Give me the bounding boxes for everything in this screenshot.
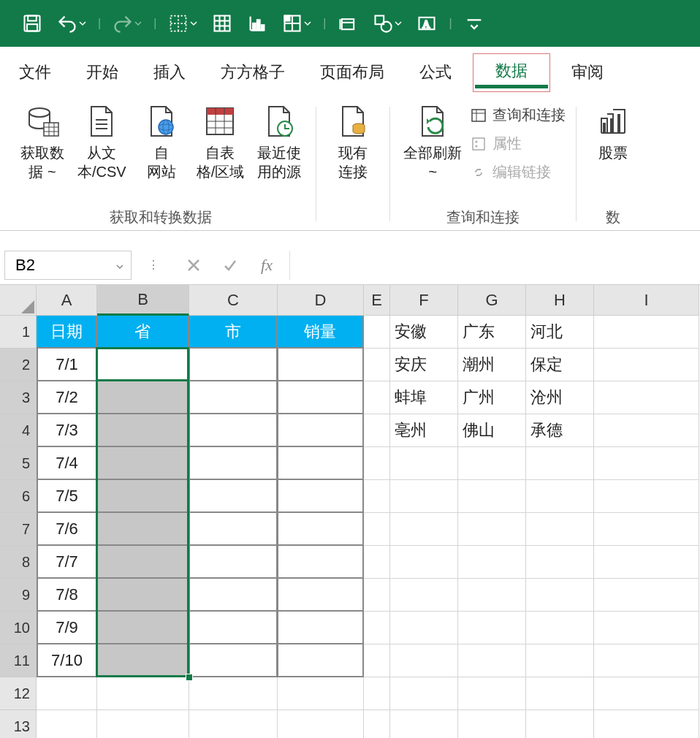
cell-F5[interactable]	[390, 447, 458, 480]
formula-input[interactable]	[289, 251, 700, 280]
cell-A4[interactable]: 7/3	[37, 414, 97, 447]
cell-G11[interactable]	[458, 644, 526, 677]
chart-button[interactable]	[243, 9, 272, 38]
cell-D3[interactable]	[278, 381, 364, 414]
redo-button[interactable]	[108, 9, 146, 38]
cell-D1[interactable]: 销量	[278, 316, 364, 349]
cell-D4[interactable]	[278, 414, 364, 447]
cell-A6[interactable]: 7/5	[37, 480, 97, 513]
cell-A7[interactable]: 7/6	[37, 513, 97, 546]
row-header-6[interactable]: 6	[0, 480, 37, 513]
cell-E12[interactable]	[364, 677, 390, 710]
cell-H2[interactable]: 保定	[526, 349, 594, 381]
cell-B9[interactable]	[97, 579, 189, 612]
col-header-D[interactable]: D	[278, 285, 364, 316]
cell-I7[interactable]	[594, 513, 699, 546]
cell-D5[interactable]	[278, 447, 364, 480]
cell-B1[interactable]: 省	[97, 316, 189, 349]
row-header-3[interactable]: 3	[0, 381, 37, 414]
cell-G2[interactable]: 潮州	[458, 349, 526, 381]
cell-E10[interactable]	[364, 612, 390, 644]
row-header-13[interactable]: 13	[0, 710, 37, 738]
undo-button[interactable]	[53, 9, 91, 38]
cell-A2[interactable]: 7/1	[37, 349, 97, 381]
cell-B10[interactable]	[97, 612, 189, 644]
name-box[interactable]: B2	[4, 251, 132, 280]
cell-E5[interactable]	[364, 447, 390, 480]
pivot-button[interactable]	[278, 9, 316, 38]
cell-C5[interactable]	[189, 447, 278, 480]
tab-review[interactable]: 审阅	[568, 54, 606, 92]
row-header-7[interactable]: 7	[0, 513, 37, 546]
get-data-button[interactable]: 获取数 据 ~	[16, 101, 69, 184]
cell-A12[interactable]	[37, 677, 97, 710]
col-header-A[interactable]: A	[37, 285, 97, 316]
customize-qat-button[interactable]	[460, 9, 489, 38]
fill-handle[interactable]	[186, 674, 193, 681]
cell-B2[interactable]	[97, 349, 189, 381]
row-header-8[interactable]: 8	[0, 546, 37, 579]
cell-B12[interactable]	[97, 677, 189, 710]
cell-G4[interactable]: 佛山	[458, 414, 526, 447]
properties-button[interactable]: 属性	[471, 134, 566, 153]
cell-I1[interactable]	[594, 316, 699, 349]
cell-A3[interactable]: 7/2	[37, 381, 97, 414]
row-header-11[interactable]: 11	[0, 644, 37, 677]
from-csv-button[interactable]: 从文 本/CSV	[75, 101, 129, 184]
cell-G12[interactable]	[458, 677, 526, 710]
cell-F6[interactable]	[390, 480, 458, 513]
cell-A13[interactable]	[37, 710, 97, 738]
cell-D12[interactable]	[278, 677, 364, 710]
tab-fangfang[interactable]: 方方格子	[218, 54, 288, 92]
cell-F4[interactable]: 亳州	[390, 414, 458, 447]
cell-G5[interactable]	[458, 447, 526, 480]
edit-links-button[interactable]: 编辑链接	[471, 162, 566, 182]
cell-F1[interactable]: 安徽	[390, 316, 458, 349]
col-header-H[interactable]: H	[526, 285, 594, 316]
cell-C12[interactable]	[189, 677, 278, 710]
cell-D11[interactable]	[278, 644, 364, 677]
stocks-button[interactable]: 股票	[587, 101, 639, 165]
from-web-button[interactable]: 自 网站	[135, 101, 188, 184]
cell-D2[interactable]	[278, 349, 364, 381]
cells-area[interactable]: 日期省市销量安徽广东河北7/1安庆潮州保定7/2蚌埠广州沧州7/3亳州佛山承德7…	[37, 316, 699, 738]
cell-G6[interactable]	[458, 480, 526, 513]
cell-C8[interactable]	[189, 546, 278, 579]
cell-A9[interactable]: 7/8	[37, 579, 97, 612]
tab-pagelayout[interactable]: 页面布局	[317, 54, 387, 92]
cell-H5[interactable]	[526, 447, 594, 480]
cell-G13[interactable]	[458, 710, 526, 738]
cell-C10[interactable]	[189, 612, 278, 644]
cell-H13[interactable]	[526, 710, 594, 738]
cell-F7[interactable]	[390, 513, 458, 546]
cell-H8[interactable]	[526, 546, 594, 579]
cell-H7[interactable]	[526, 513, 594, 546]
cell-B11[interactable]	[97, 644, 189, 677]
cell-B4[interactable]	[97, 414, 189, 447]
borders-button[interactable]	[164, 9, 202, 38]
cell-B5[interactable]	[97, 447, 189, 480]
cell-C2[interactable]	[189, 349, 278, 381]
cell-E9[interactable]	[364, 579, 390, 612]
enter-button[interactable]	[212, 257, 248, 273]
row-header-5[interactable]: 5	[0, 447, 37, 480]
cell-B3[interactable]	[97, 381, 189, 414]
shapes-button[interactable]	[368, 9, 406, 38]
cell-A1[interactable]: 日期	[37, 316, 97, 349]
cell-B7[interactable]	[97, 513, 189, 546]
row-header-4[interactable]: 4	[0, 414, 37, 447]
cell-I8[interactable]	[594, 546, 699, 579]
cell-I6[interactable]	[594, 480, 699, 513]
cell-F12[interactable]	[390, 677, 458, 710]
col-header-G[interactable]: G	[458, 285, 526, 316]
cell-A10[interactable]: 7/9	[37, 612, 97, 644]
existing-connections-button[interactable]: 现有 连接	[327, 101, 379, 184]
row-header-10[interactable]: 10	[0, 612, 37, 644]
cell-I9[interactable]	[594, 579, 699, 612]
cell-G9[interactable]	[458, 579, 526, 612]
cell-D13[interactable]	[278, 710, 364, 738]
cell-C9[interactable]	[189, 579, 278, 612]
fx-button[interactable]: fx	[248, 256, 285, 275]
cell-F2[interactable]: 安庆	[390, 349, 458, 381]
tab-data[interactable]: 数据	[473, 53, 550, 92]
